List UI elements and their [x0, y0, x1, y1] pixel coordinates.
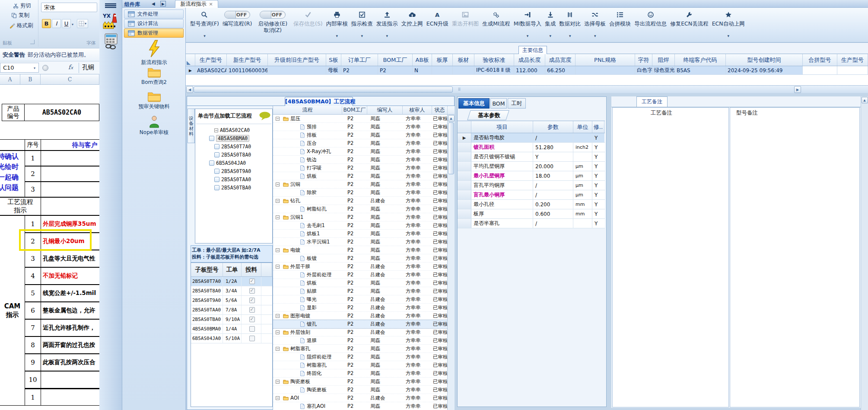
- subboard-row-2B5AS0TAA0[interactable]: 2B5AS0TAA07/8A: [191, 305, 272, 315]
- grid-column-AB板[interactable]: AB板: [413, 54, 432, 66]
- process-row-排板[interactable]: 排板P2周磊方幸幸已审核: [273, 131, 448, 139]
- cell-name-box[interactable]: C10: [0, 63, 39, 73]
- cam-seq-cell[interactable]: 10: [25, 371, 41, 388]
- dropdown-caret-icon[interactable]: ▾: [361, 34, 363, 39]
- tree-checkbox[interactable]: [214, 144, 219, 149]
- dialog-launcher-icon[interactable]: [30, 40, 35, 44]
- cam-text-cell[interactable]: 此板盲孔按两次压合: [41, 354, 99, 371]
- toggle-off-switch[interactable]: OFF: [224, 11, 250, 19]
- grid-cell-PNL规格[interactable]: [575, 66, 635, 75]
- dropdown-caret-icon[interactable]: ▾: [527, 34, 529, 39]
- grid-column-BOM工厂[interactable]: BOM工厂: [378, 54, 413, 66]
- process-expander-icon[interactable]: −: [276, 347, 280, 351]
- dropdown-caret-icon[interactable]: ▾: [569, 34, 571, 39]
- toggle-knob[interactable]: [260, 11, 271, 18]
- param-row-盲孔最小铜厚[interactable]: 盲孔最小铜厚/μmY: [458, 190, 605, 200]
- toolbar-item-8[interactable]: AECN升级: [426, 10, 448, 39]
- main-grid-hscrollbar[interactable]: ◀ ⠿ ▶: [186, 85, 868, 93]
- grid-column-成品长度[interactable]: 成品长度: [514, 54, 545, 66]
- process-expander-icon[interactable]: −: [276, 199, 280, 203]
- menu-icon[interactable]: [105, 3, 117, 8]
- feed-checkbox[interactable]: [249, 279, 255, 284]
- panel-button-文件处理[interactable]: 文件处理: [124, 10, 184, 19]
- subboard-column-工单[interactable]: 工单: [223, 263, 242, 276]
- toolbar-item-7[interactable]: 文控上网: [401, 10, 423, 39]
- tree-node-2B5AS0T7A0[interactable]: 2B5AS0T7A0: [195, 143, 272, 151]
- grid-cell-升级前旧生产型号[interactable]: [268, 66, 326, 75]
- process-row-树脂钻孔[interactable]: 树脂钻孔P2周磊方幸幸已审核: [273, 205, 448, 213]
- process-expander-icon[interactable]: −: [276, 396, 280, 400]
- process-row-沉铜[interactable]: −沉铜P2周磊方幸幸已审核: [273, 180, 448, 189]
- grid-column-S板[interactable]: S板: [326, 54, 341, 66]
- toolbar-item-0[interactable]: 型号查询(F) ▾: [190, 10, 219, 39]
- format-painter-button[interactable]: 格式刷: [10, 22, 33, 29]
- dropdown-caret-icon[interactable]: ▾: [203, 34, 206, 39]
- toolbar-item-17[interactable]: 修复ECN丢流程: [670, 10, 708, 39]
- tab-BOM[interactable]: BOM: [490, 98, 507, 109]
- process-expander-icon[interactable]: −: [276, 117, 280, 121]
- process-row-退膜[interactable]: 退膜P2周磊方幸幸已审核: [273, 336, 448, 345]
- process-row-烘板[interactable]: 烘板P2周磊方幸幸已审核: [273, 172, 448, 180]
- param-value[interactable]: /: [533, 133, 573, 142]
- tree-checkbox[interactable]: [209, 136, 214, 141]
- tool-Nope单审核[interactable]: Nope单审核: [122, 115, 186, 136]
- process-row-AOI[interactable]: −AOIP2吕建会方幸幸已审核: [273, 394, 448, 402]
- toolbar-item-2[interactable]: OFF启动修改(E)取消(Z): [258, 10, 287, 39]
- underline-button[interactable]: U: [62, 19, 71, 28]
- subboard-row-2B5AS0T7A0[interactable]: 2B5AS0T7A01/2A: [191, 277, 272, 286]
- flow-window-title-tab[interactable]: 【4B5AS0BMA0】工艺流程: [285, 97, 353, 106]
- param-value[interactable]: 0.200: [533, 200, 573, 209]
- seq-cell[interactable]: 3: [25, 182, 41, 197]
- feed-checkbox[interactable]: [249, 326, 255, 332]
- feed-checkbox[interactable]: [249, 288, 255, 294]
- grid-cell-BOM工厂[interactable]: P2: [378, 66, 413, 75]
- process-row-去毛刺1[interactable]: 去毛刺1P2周磊方幸幸已审核: [273, 221, 448, 230]
- process-row-贴膜[interactable]: 贴膜P2周磊方幸幸已审核: [273, 287, 448, 295]
- cam-seq-cell[interactable]: 6: [25, 302, 41, 319]
- subboard-feed-cell[interactable]: [242, 334, 261, 343]
- cam-text-cell[interactable]: [41, 371, 99, 388]
- process-row-烘板[interactable]: 烘板P2周磊方幸幸已审核: [273, 279, 448, 287]
- cam-text-cell[interactable]: 不加无铅标记: [41, 267, 99, 285]
- tree-node-2B5AS0TAA0[interactable]: 2B5AS0TAA0: [195, 176, 272, 183]
- right-vscrollbar[interactable]: ▲: [861, 96, 868, 410]
- grid-cell-成品宽度[interactable]: 66.250: [545, 66, 575, 75]
- tree-node-2B5AS0TBA0[interactable]: 2B5AS0TBA0: [195, 184, 272, 192]
- param-row-镀孔面积[interactable]: 镀孔面积51.280inch2Y: [458, 143, 605, 152]
- process-row-铣边[interactable]: 铣边P2周磊方幸幸已审核: [273, 156, 448, 164]
- subboard-header[interactable]: 子板型号工单投料: [191, 263, 272, 277]
- font-name-select[interactable]: 宋体: [41, 3, 97, 12]
- process-row-电镀[interactable]: −电镀P2周磊方幸幸已审核: [273, 246, 448, 254]
- cam-text-cell[interactable]: [41, 388, 99, 406]
- dropdown-caret-icon[interactable]: ▾: [594, 34, 596, 39]
- cam-seq-cell[interactable]: 3: [25, 250, 41, 267]
- param-row-平均孔壁铜厚[interactable]: 平均孔壁铜厚20.000μmY: [458, 162, 605, 171]
- tab-process-remarks[interactable]: 工艺备注: [636, 96, 668, 107]
- process-row-镀孔[interactable]: 镀孔P2吕建会方幸幸已审核: [273, 320, 448, 328]
- excel-sheet[interactable]: 产品编号AB5AS02CA0序号待与客户123待确认光绘时一起确认问题工艺流程指…: [0, 85, 99, 410]
- toolbar-item-sublabel[interactable]: 取消(Z): [264, 27, 282, 34]
- param-value[interactable]: 0.600: [533, 209, 573, 218]
- tree-checkbox[interactable]: [214, 152, 219, 157]
- calculator-link-icon[interactable]: [104, 33, 118, 49]
- grid-column-板厚[interactable]: 板厚: [432, 54, 453, 66]
- process-grid-header[interactable]: 流程BOM工厂编写人核审人状态: [273, 106, 455, 115]
- product-code-cell[interactable]: AB5AS02CA0: [24, 104, 99, 121]
- main-grid-header[interactable]: 生产型号新生产型号升级前旧生产型号S板订单工厂BOM工厂AB板板厚板材验收标准成…: [186, 54, 868, 66]
- grid-column-验收标准[interactable]: 验收标准: [474, 54, 514, 66]
- param-value[interactable]: /: [533, 190, 573, 199]
- param-column-项目[interactable]: 项目: [471, 121, 533, 133]
- cam-seq-cell[interactable]: 4: [25, 267, 41, 285]
- forward-icon[interactable]: ▶: [160, 1, 166, 6]
- process-row-外层蚀刻[interactable]: −外层蚀刻P2吕建会方幸幸已审核: [273, 328, 448, 336]
- tab-close-icon[interactable]: ×: [209, 1, 213, 7]
- panel-button-数据管理[interactable]: 数据管理: [124, 29, 184, 38]
- toolbar-item-1[interactable]: OFF编写流程(R): [223, 10, 252, 39]
- grid-cell-S板[interactable]: 母板: [326, 66, 341, 75]
- process-column-编写人[interactable]: 编写人: [367, 106, 403, 114]
- process-row-陶瓷磨板[interactable]: 陶瓷磨板P2周磊方幸幸已审核: [273, 386, 448, 394]
- grid-column-阻焊[interactable]: 阻焊: [652, 54, 675, 66]
- feed-checkbox[interactable]: [249, 298, 255, 303]
- column-header-c[interactable]: C: [41, 74, 99, 84]
- tree-node-2B5AS0T9A0[interactable]: 2B5AS0T9A0: [195, 167, 272, 175]
